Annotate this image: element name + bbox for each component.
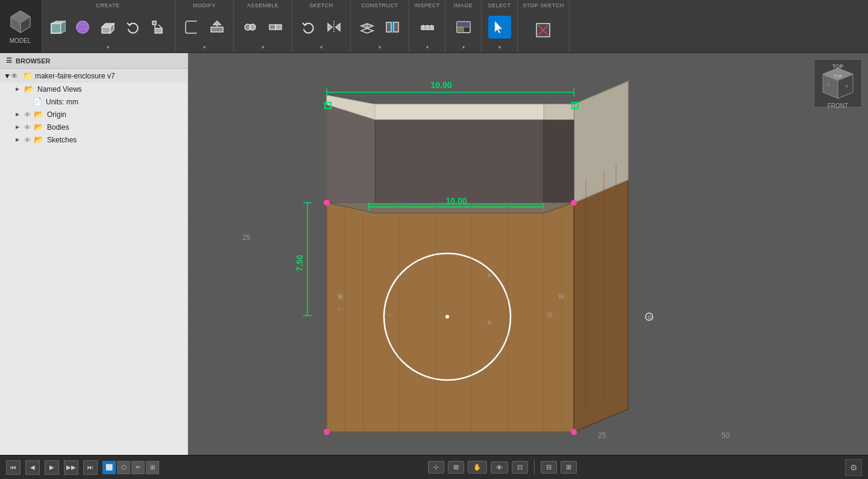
svg-text:⊟: ⊟ xyxy=(559,293,564,300)
snap-tool-button[interactable]: ⊹ xyxy=(428,461,444,474)
root-visibility-icon[interactable]: 👁 xyxy=(11,72,20,80)
bodies-folder-icon: 📂 xyxy=(34,122,45,132)
svg-point-87 xyxy=(571,429,577,435)
fillet-icon[interactable] xyxy=(180,16,203,39)
toolbar-section-construct: CONSTRUCT ▾ xyxy=(351,0,409,52)
view-mode-frame[interactable]: ⬡ xyxy=(117,461,130,474)
select-tool-icon[interactable] xyxy=(488,16,511,39)
render-icon[interactable] xyxy=(452,16,475,39)
named-views-label: Named Views xyxy=(37,85,184,94)
browser-header: ☰ BROWSER xyxy=(0,53,187,69)
svg-marker-6 xyxy=(61,21,66,33)
svg-text:⊞: ⊞ xyxy=(338,293,343,300)
svg-marker-28 xyxy=(361,28,373,33)
root-expand-arrow[interactable]: ▼ xyxy=(4,72,11,80)
orbit-tool-button[interactable]: ⊞ xyxy=(448,461,464,474)
stop-sketch-icon[interactable] xyxy=(532,19,555,42)
toolbar-section-image: IMAGE ▾ xyxy=(445,0,482,52)
tree-origin[interactable]: ▶ 👁 📂 Origin xyxy=(0,108,187,121)
tree-units: 📄 Units: mm xyxy=(0,95,187,108)
toolbar-section-inspect: INSPECT ▾ xyxy=(409,0,445,52)
svg-marker-58 xyxy=(544,104,574,213)
svg-line-15 xyxy=(159,25,162,28)
assemble-label: ASSEMBLE xyxy=(247,2,279,8)
grid-settings-button[interactable]: ⊞ xyxy=(561,461,577,474)
nav-last-button[interactable]: ⏭ xyxy=(83,460,98,475)
tree-root-item[interactable]: ▼ 👁 📁 maker-faire-enclosure v7 xyxy=(0,69,187,83)
named-views-arrow[interactable]: ▶ xyxy=(16,86,24,92)
units-doc-icon: 📄 xyxy=(33,97,43,106)
zoom-fit-button[interactable]: ⊡ xyxy=(512,461,528,474)
svg-rect-4 xyxy=(51,24,61,33)
view-mode-mesh[interactable]: ⊞ xyxy=(146,461,159,474)
view-mode-solid[interactable]: ⬜ xyxy=(102,461,116,474)
tree-bodies[interactable]: ▶ 👁 📂 Bodies xyxy=(0,121,187,133)
browser-icon: ☰ xyxy=(6,57,12,65)
toolbar-section-create: CREATE xyxy=(41,0,175,52)
zoom-fit-icon: ⊡ xyxy=(517,463,523,471)
as-built-joint-icon[interactable] xyxy=(264,16,287,39)
settings-button[interactable]: ⚙ xyxy=(845,459,862,476)
loft-icon[interactable] xyxy=(147,16,170,39)
sketches-eye-icon[interactable]: 👁 xyxy=(24,136,34,144)
view-mode-sketch[interactable]: ✏ xyxy=(131,461,145,474)
view-cube-top-label: TOP xyxy=(832,63,843,69)
svg-text:25: 25 xyxy=(598,431,606,440)
nav-first-button[interactable]: ⏮ xyxy=(6,460,20,475)
create-label: CREATE xyxy=(96,2,120,8)
bodies-arrow[interactable]: ▶ xyxy=(16,124,24,130)
viewport-tools: ⊹ ⊞ ✋ 👁 ⊡ ⊟ ⊞ xyxy=(428,460,577,475)
offset-plane-icon[interactable] xyxy=(356,16,379,39)
bodies-eye-icon[interactable]: 👁 xyxy=(24,124,34,131)
snap-icon: ⊹ xyxy=(433,463,439,471)
svg-point-64 xyxy=(445,315,449,319)
origin-arrow[interactable]: ▶ xyxy=(16,112,24,117)
extrude-icon[interactable] xyxy=(96,16,119,39)
nav-play-button[interactable]: ▶ xyxy=(45,460,59,475)
svg-rect-13 xyxy=(153,21,156,25)
box-icon[interactable] xyxy=(46,16,69,39)
tree-named-views[interactable]: ▶ 📂 Named Views xyxy=(0,83,187,95)
tree-sketches[interactable]: ▶ 👁 📂 Sketches xyxy=(0,133,187,146)
sketches-folder-icon: 📂 xyxy=(34,135,45,144)
sketch-undo-icon[interactable] xyxy=(297,16,320,39)
press-pull-icon[interactable] xyxy=(206,16,228,39)
origin-eye-icon[interactable]: 👁 xyxy=(24,111,34,118)
3d-viewport[interactable]: ≡ ⊞ × ⊟ ≡ ·–· ◎ 10.00 10.00 xyxy=(188,53,868,455)
svg-text:TOP: TOP xyxy=(834,74,843,78)
nav-prev-button[interactable]: ◀ xyxy=(25,460,40,475)
look-tool-button[interactable]: 👁 xyxy=(491,462,508,474)
svg-text:·–·: ·–· xyxy=(387,312,393,318)
undo-icon[interactable] xyxy=(122,16,145,39)
midplane-icon[interactable] xyxy=(381,16,404,39)
stop-sketch-label: STOP SKETCH xyxy=(523,2,564,8)
svg-text:⊙: ⊙ xyxy=(647,314,652,320)
construct-label: CONSTRUCT xyxy=(362,2,398,8)
joint-icon[interactable] xyxy=(239,16,262,39)
svg-rect-23 xyxy=(275,25,281,30)
svg-marker-41 xyxy=(495,21,502,33)
orbit-icon: ⊞ xyxy=(453,463,459,471)
pan-icon: ✋ xyxy=(473,463,482,471)
svg-text:10.00: 10.00 xyxy=(430,80,451,90)
svg-text:≡: ≡ xyxy=(488,319,491,326)
mirror-icon[interactable] xyxy=(322,16,345,39)
svg-text:7.50: 7.50 xyxy=(295,255,304,271)
svg-marker-57 xyxy=(327,104,375,213)
svg-rect-32 xyxy=(394,22,398,32)
toolbar-section-modify: MODIFY ▾ xyxy=(175,0,234,52)
sphere-icon[interactable] xyxy=(71,16,94,39)
toolbar: MODEL CREATE xyxy=(0,0,868,53)
origin-label: Origin xyxy=(47,110,184,119)
toolbar-section-stop-sketch: STOP SKETCH xyxy=(518,0,570,52)
display-settings-button[interactable]: ⊟ xyxy=(541,461,557,474)
model-label: MODEL xyxy=(10,37,31,44)
svg-rect-9 xyxy=(102,27,110,33)
nav-next-button[interactable]: ▶▶ xyxy=(64,460,78,475)
svg-point-84 xyxy=(324,200,330,206)
svg-marker-27 xyxy=(336,24,340,31)
measure-icon[interactable] xyxy=(416,16,439,39)
pan-tool-button[interactable]: ✋ xyxy=(468,461,487,474)
sketches-arrow[interactable]: ▶ xyxy=(16,137,24,142)
view-cube[interactable]: TOP TOP L R FRONT xyxy=(814,59,862,107)
